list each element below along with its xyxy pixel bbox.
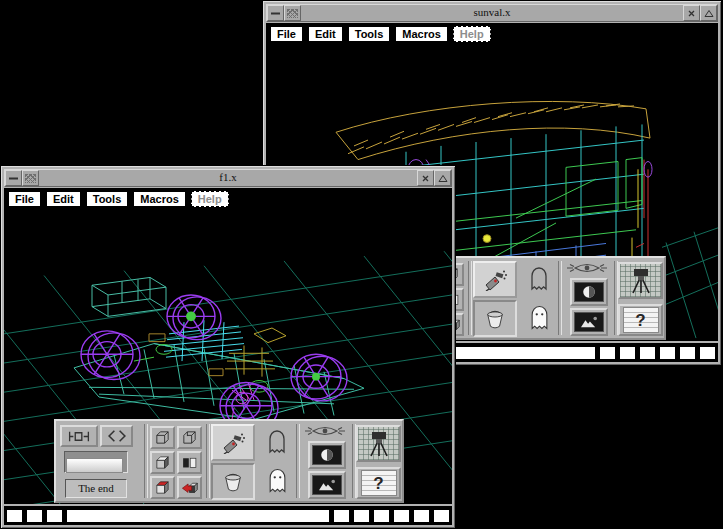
cube-red-top-icon xyxy=(154,479,171,496)
menu-tools[interactable]: Tools xyxy=(86,191,129,207)
question-icon: ? xyxy=(361,470,397,496)
menu-macros[interactable]: Macros xyxy=(395,26,448,42)
frame-cell[interactable] xyxy=(354,510,369,522)
eye-icon xyxy=(562,261,612,275)
frame-cell[interactable] xyxy=(7,510,22,522)
frame-strip xyxy=(4,504,452,525)
frame-cell[interactable] xyxy=(47,510,62,522)
ghost-outline-icon xyxy=(267,429,287,455)
bucket-icon xyxy=(484,309,506,329)
camera-tripod-icon xyxy=(363,430,395,458)
menu-edit[interactable]: Edit xyxy=(308,26,343,42)
question-button[interactable]: ? xyxy=(356,467,401,499)
frame-cell[interactable] xyxy=(600,347,615,359)
bucket-button[interactable] xyxy=(211,463,255,500)
timeline-bar-button[interactable] xyxy=(66,458,123,473)
cube-open-icon xyxy=(181,429,198,446)
frame-cell[interactable] xyxy=(680,347,695,359)
window-title: sunval.x xyxy=(301,5,683,21)
ghost-solid-button[interactable] xyxy=(262,464,292,498)
viewport-f1[interactable]: File Edit Tools Macros Help The end xyxy=(4,188,452,504)
ghost-solid-icon xyxy=(267,467,288,495)
maximize-button[interactable] xyxy=(434,170,451,186)
frame-cell[interactable] xyxy=(394,510,409,522)
window-menu-icon xyxy=(270,9,281,18)
maximize-button[interactable] xyxy=(700,5,717,21)
frame-cell[interactable] xyxy=(620,347,635,359)
menu-tools[interactable]: Tools xyxy=(348,26,391,42)
cube-red-arrow-icon xyxy=(181,479,198,496)
cube-solid-icon xyxy=(154,454,171,471)
prev-next-button[interactable] xyxy=(100,425,133,447)
render-scene-button[interactable] xyxy=(308,471,346,499)
render-cone-icon xyxy=(574,282,604,302)
toolbar-separator xyxy=(206,424,210,498)
iconify-hatch-icon xyxy=(287,9,298,18)
iconify-button[interactable] xyxy=(22,170,39,186)
wheel-hub-dot xyxy=(312,373,320,381)
menu-help[interactable]: Help xyxy=(191,191,229,207)
close-icon xyxy=(421,174,430,183)
frame-bar[interactable] xyxy=(67,510,329,522)
frame-cell[interactable] xyxy=(374,510,389,522)
airbrush-button[interactable] xyxy=(211,424,255,461)
iconify-hatch-icon xyxy=(25,174,36,183)
toolbar-separator xyxy=(144,424,148,498)
frame-cell[interactable] xyxy=(414,510,429,522)
close-button[interactable] xyxy=(683,5,700,21)
menu-edit[interactable]: Edit xyxy=(46,191,81,207)
camera-tripod-button[interactable] xyxy=(356,425,401,462)
frame-cell[interactable] xyxy=(640,347,655,359)
cube-split-icon xyxy=(181,454,198,471)
ghost-outline-button[interactable] xyxy=(524,263,554,295)
timeline-slot xyxy=(64,451,128,473)
frame-cell[interactable] xyxy=(334,510,349,522)
window-title: f1.x xyxy=(39,170,417,186)
window-f1: f1.x xyxy=(0,165,456,529)
ghost-outline-icon xyxy=(529,266,549,292)
window-menu-button[interactable] xyxy=(5,170,22,186)
keyframes-button[interactable] xyxy=(60,425,98,447)
close-button[interactable] xyxy=(417,170,434,186)
close-icon xyxy=(687,9,696,18)
render-scene-button[interactable] xyxy=(570,308,608,336)
render-preview-button[interactable] xyxy=(308,441,346,469)
menubar: File Edit Tools Macros Help xyxy=(270,26,491,42)
red-arrow-cube-button[interactable] xyxy=(177,476,202,499)
wireframe-cube-button[interactable] xyxy=(150,426,175,449)
camera-tripod-button[interactable] xyxy=(618,262,663,299)
render-cone-icon xyxy=(312,445,342,465)
bucket-button[interactable] xyxy=(473,300,517,337)
frame-cell[interactable] xyxy=(27,510,42,522)
red-face-cube-button[interactable] xyxy=(150,476,175,499)
maximize-icon xyxy=(704,9,714,18)
menubar: File Edit Tools Macros Help xyxy=(8,191,229,207)
wheel-hub-dot xyxy=(186,311,196,321)
open-cube-button[interactable] xyxy=(177,426,202,449)
menu-help[interactable]: Help xyxy=(453,26,491,42)
solid-cube-button[interactable] xyxy=(150,451,175,474)
prev-next-icon xyxy=(106,429,128,443)
animation-status-box: The end xyxy=(65,479,127,498)
titlebar[interactable]: sunval.x xyxy=(266,4,718,22)
cube-wire-icon xyxy=(154,429,171,446)
render-mountain-icon xyxy=(312,475,342,495)
desktop: sunval.x xyxy=(0,0,723,529)
titlebar[interactable]: f1.x xyxy=(4,169,452,187)
split-cube-button[interactable] xyxy=(177,451,202,474)
airbrush-icon xyxy=(221,432,245,454)
iconify-button[interactable] xyxy=(284,5,301,21)
render-mountain-icon xyxy=(574,312,604,332)
frame-cell[interactable] xyxy=(434,510,449,522)
question-button[interactable]: ? xyxy=(618,304,663,336)
ghost-outline-button[interactable] xyxy=(262,426,292,458)
menu-file[interactable]: File xyxy=(8,191,41,207)
window-menu-button[interactable] xyxy=(267,5,284,21)
menu-macros[interactable]: Macros xyxy=(133,191,186,207)
render-preview-button[interactable] xyxy=(570,278,608,306)
frame-cell[interactable] xyxy=(660,347,675,359)
ghost-solid-button[interactable] xyxy=(524,301,554,335)
airbrush-button[interactable] xyxy=(473,261,517,298)
frame-cell[interactable] xyxy=(700,347,715,359)
menu-file[interactable]: File xyxy=(270,26,303,42)
